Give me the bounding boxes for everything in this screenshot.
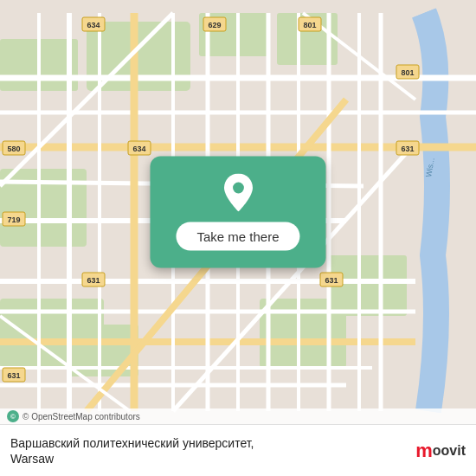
svg-text:801: 801: [303, 21, 316, 29]
app-container: 801 634 629 580 719 634 631 631: [0, 0, 476, 476]
location-overlay-card: Take me there: [150, 157, 325, 268]
svg-text:631: 631: [7, 371, 20, 380]
svg-text:801: 801: [401, 68, 414, 77]
location-pin-icon: [219, 174, 257, 212]
svg-text:580: 580: [7, 145, 20, 153]
svg-text:634: 634: [132, 145, 145, 153]
svg-text:719: 719: [7, 215, 20, 224]
moovit-logo: m oovit: [415, 440, 466, 462]
svg-text:631: 631: [325, 276, 338, 285]
moovit-m-icon: m: [415, 440, 433, 462]
svg-text:631: 631: [87, 276, 100, 285]
attribution-text: © OpenStreetMap contributors: [23, 412, 140, 421]
map-area[interactable]: 801 634 629 580 719 634 631 631: [0, 0, 476, 424]
moovit-brand-text: oovit: [433, 443, 466, 459]
svg-text:634: 634: [87, 21, 100, 29]
svg-point-60: [233, 183, 244, 194]
location-name: Варшавский политехнический университет,: [10, 436, 254, 450]
svg-text:631: 631: [401, 145, 414, 153]
osm-logo-icon: ©: [7, 410, 19, 422]
take-me-there-button[interactable]: Take me there: [176, 222, 299, 251]
osm-attribution: © © OpenStreetMap contributors: [0, 408, 476, 424]
location-info: Варшавский политехнический университет, …: [10, 436, 254, 466]
location-city: Warsaw: [10, 452, 254, 466]
bottom-info-bar: Варшавский политехнический университет, …: [0, 424, 476, 476]
svg-text:629: 629: [208, 21, 221, 29]
